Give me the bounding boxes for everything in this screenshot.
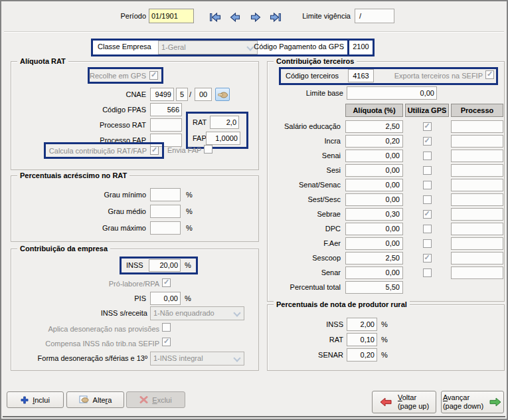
rural-senar-field[interactable]: 0,20 [347,348,377,362]
exclui-button-label: Exclui [152,396,171,404]
fap-label: FAP [193,134,207,142]
processo-cell [451,252,503,264]
grau-medio-field[interactable] [150,205,181,218]
utiliza-gps-checkbox[interactable] [423,181,432,189]
compensa-inss-checkbox[interactable] [162,338,171,346]
envia-fap-checkbox[interactable] [204,145,212,154]
processo-field[interactable] [451,252,503,264]
grau-medio-label: Grau médio [80,207,146,215]
aliquota-field[interactable]: 2,50 [345,120,403,133]
altera-button[interactable]: Altera [66,391,124,408]
grau-minimo-field[interactable] [150,188,181,201]
rural-inss-field[interactable]: 2,00 [347,318,377,331]
terceiros-table-header: Alíquota (%) Utiliza GPS Processo [345,104,503,117]
recolhe-gps-checkbox[interactable] [149,71,158,80]
utiliza-gps-checkbox[interactable] [423,225,432,233]
voltar-button-label: Voltar (page up) [398,393,429,411]
processo-field[interactable] [451,120,503,133]
codigo-fpas-field[interactable]: 566 [150,103,182,116]
utiliza-gps-checkbox[interactable] [423,122,432,131]
aliquota-field[interactable]: 0,30 [345,208,403,221]
exclui-button[interactable]: Exclui [126,391,185,408]
nav-first-button[interactable] [207,11,223,24]
nav-next-button[interactable] [247,11,263,24]
forma-desoneracao-select[interactable]: 1-INSS integral [150,352,244,366]
pis-field[interactable]: 0,00 [150,292,181,305]
utiliza-gps-checkbox[interactable] [423,254,432,262]
rural-inss-label: INSS [280,320,343,328]
utiliza-gps-checkbox[interactable] [423,239,432,248]
aliquota-field[interactable]: 0,00 [345,164,403,177]
aliquota-field[interactable]: 0,00 [345,237,403,250]
table-row: F.Aer0,00 [272,236,504,251]
calcula-rat-fap-checkbox[interactable] [150,146,159,155]
processo-field[interactable] [451,164,503,177]
table-row: Sebrae0,30 [272,207,504,221]
row-label: Senat/Senac [272,181,343,189]
classe-empresa-select[interactable]: 1-Geral [158,41,258,54]
inclui-button[interactable]: Inclui [7,391,64,408]
utiliza-gps-cell [405,225,449,233]
periodo-input[interactable]: 01/1901 [149,9,194,23]
grau-maximo-field[interactable] [150,221,181,235]
rural-rat-field[interactable]: 0,10 [347,333,377,346]
processo-cell [451,237,503,250]
codigo-terceiros-field[interactable]: 4163 [348,69,374,82]
processo-cell [451,193,503,206]
processo-field[interactable] [451,135,503,148]
table-row: Percentual total5,50 [272,280,504,294]
processo-field[interactable] [451,223,503,235]
inss-field[interactable]: 20,00 [149,259,181,272]
aliquota-field[interactable]: 0,00 [345,179,403,191]
processo-rat-field[interactable] [150,118,182,132]
processo-cell [451,135,503,148]
nav-previous-button[interactable] [227,11,243,24]
forma-desoneracao-label: Forma desoneração s/férias e 13º [28,354,147,362]
fap-field[interactable]: 1,0000 [206,132,240,145]
utiliza-gps-checkbox[interactable] [423,137,432,146]
processo-field[interactable] [451,179,503,191]
cnae-field-3[interactable]: 00 [195,88,212,101]
utiliza-gps-checkbox[interactable] [423,210,432,219]
aliquota-field[interactable]: 2,50 [345,252,403,264]
delete-x-icon [139,396,148,403]
processo-cell [451,266,503,279]
codigo-pagamento-gps-value[interactable]: 2100 [350,43,372,51]
utiliza-gps-cell [405,152,449,160]
voltar-button[interactable]: Voltar (page up) [372,391,436,413]
rural-inss-percent: % [381,320,388,328]
aliquota-field[interactable]: 0,20 [345,135,403,148]
inclui-button-label: Inclui [33,396,50,404]
aliquota-field[interactable]: 0,00 [345,150,403,162]
aliquota-field[interactable]: 0,00 [345,193,403,206]
aliquota-field[interactable]: 0,00 [345,223,403,235]
avancar-button[interactable]: Avançar (page down) [441,391,504,413]
utiliza-gps-checkbox[interactable] [423,195,432,204]
processo-field[interactable] [451,237,503,250]
processo-field[interactable] [451,266,503,279]
utiliza-gps-cell [405,137,449,146]
utiliza-gps-checkbox[interactable] [423,166,432,175]
exporta-terceiros-checkbox[interactable] [485,70,494,79]
inss-receita-select[interactable]: 1-Não enquadrado [150,306,244,320]
utiliza-gps-checkbox[interactable] [423,268,432,277]
aplica-desoneracao-checkbox[interactable] [162,323,171,332]
limite-vigencia-input[interactable]: / [355,9,394,23]
processo-field[interactable] [451,150,503,162]
aliquota-field[interactable]: 5,50 [345,281,403,294]
aliquota-field[interactable]: 0,00 [345,266,403,279]
cnae-lookup-button[interactable] [215,88,230,101]
rat-field[interactable]: 2,0 [210,116,239,129]
limite-base-field[interactable]: 0,00 [347,86,437,100]
cnae-field-2[interactable]: 5 [176,88,188,101]
nav-previous-icon [228,12,242,23]
utiliza-gps-checkbox[interactable] [423,152,432,160]
cnae-field-1[interactable]: 9499 [150,88,174,101]
header-aliquota: Alíquota (%) [345,104,403,117]
table-row: Incra0,20 [272,134,504,148]
processo-field[interactable] [451,193,503,206]
processo-field[interactable] [451,208,503,221]
rural-rat-percent: % [381,336,388,344]
prolabore-checkbox[interactable] [162,278,171,287]
inss-receita-label: INSS s/receita [54,309,147,317]
